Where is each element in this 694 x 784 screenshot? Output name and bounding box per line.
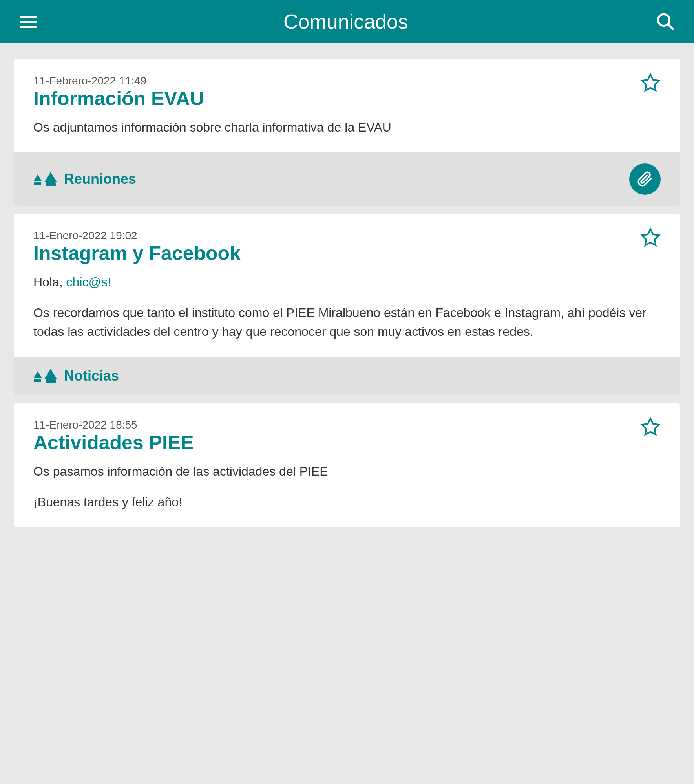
- post-evau-timestamp: 11-Febrero-2022 11:49: [33, 75, 146, 87]
- post-instagram-category-left: Noticias: [33, 368, 119, 384]
- svg-marker-4: [642, 418, 659, 434]
- post-instagram-timestamp: 11-Enero-2022 19:02: [33, 229, 137, 242]
- post-instagram-body: 11-Enero-2022 19:02 Instagram y Facebook…: [14, 214, 680, 357]
- category-icon: [33, 369, 57, 383]
- icon-right-part: [44, 172, 57, 186]
- post-piee-star-button[interactable]: [640, 417, 661, 438]
- post-instagram-category-bar: Noticias: [14, 357, 680, 395]
- icon-left-part: [33, 371, 42, 383]
- svg-marker-3: [642, 229, 659, 245]
- post-instagram: 11-Enero-2022 19:02 Instagram y Facebook…: [14, 214, 680, 395]
- post-piee: 11-Enero-2022 18:55 Actividades PIEE Os …: [14, 403, 680, 527]
- post-piee-timestamp: 11-Enero-2022 18:55: [33, 419, 137, 431]
- post-piee-content-line1: Os pasamos información de las actividade…: [33, 462, 661, 481]
- post-instagram-link[interactable]: chic@s!: [66, 275, 111, 289]
- post-piee-body: 11-Enero-2022 18:55 Actividades PIEE Os …: [14, 403, 680, 527]
- post-instagram-content: Os recordamos que tanto el instituto com…: [33, 303, 661, 341]
- post-evau-title: Información EVAU: [33, 87, 661, 110]
- post-evau-attachment-button[interactable]: [629, 163, 661, 195]
- post-evau-category-bar: Reuniones: [14, 152, 680, 206]
- content-area: 11-Febrero-2022 11:49 Información EVAU O…: [0, 43, 694, 543]
- post-instagram-title: Instagram y Facebook: [33, 242, 661, 265]
- post-evau-category-left: Reuniones: [33, 171, 136, 187]
- icon-right-part: [44, 369, 57, 383]
- post-piee-title: Actividades PIEE: [33, 431, 661, 454]
- page-title: Comunicados: [37, 10, 655, 33]
- app-header: Comunicados: [0, 0, 694, 43]
- post-piee-content-line2: ¡Buenas tardes y feliz año!: [33, 493, 661, 511]
- svg-line-1: [668, 24, 672, 29]
- post-instagram-star-button[interactable]: [640, 227, 661, 249]
- post-instagram-intro: Hola, chic@s!: [33, 273, 661, 291]
- search-button[interactable]: [655, 11, 674, 32]
- post-evau-star-button[interactable]: [640, 73, 661, 94]
- menu-button[interactable]: [20, 16, 37, 28]
- svg-marker-2: [642, 74, 659, 90]
- post-evau-category-label: Reuniones: [64, 171, 136, 187]
- category-icon: [33, 172, 57, 186]
- icon-left-part: [33, 174, 42, 186]
- post-evau: 11-Febrero-2022 11:49 Información EVAU O…: [14, 59, 680, 206]
- post-evau-content: Os adjuntamos información sobre charla i…: [33, 118, 661, 137]
- post-evau-body: 11-Febrero-2022 11:49 Información EVAU O…: [14, 59, 680, 152]
- post-instagram-category-label: Noticias: [64, 368, 119, 384]
- post-instagram-intro-text: Hola,: [33, 275, 66, 289]
